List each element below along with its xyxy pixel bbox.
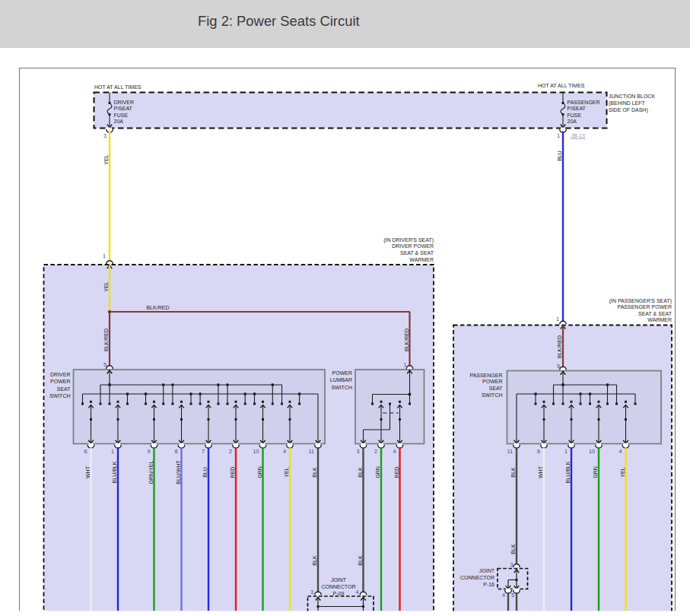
svg-text:SEAT & SEAT: SEAT & SEAT <box>638 311 673 316</box>
svg-text:YEL: YEL <box>284 467 289 477</box>
svg-text:BLK: BLK <box>510 544 516 554</box>
svg-text:1: 1 <box>557 132 560 139</box>
svg-text:P/SEAT: P/SEAT <box>114 106 133 111</box>
svg-text:WARMER: WARMER <box>647 317 672 322</box>
svg-text:BLK: BLK <box>312 467 317 478</box>
svg-text:5: 5 <box>511 592 514 599</box>
svg-text:SEAT & SEAT: SEAT & SEAT <box>400 250 434 256</box>
svg-text:POWER: POWER <box>332 370 352 376</box>
svg-text:(IN PASSENGER'S SEAT): (IN PASSENGER'S SEAT) <box>609 298 672 304</box>
svg-text:YEL: YEL <box>103 154 109 164</box>
svg-text:DRIVER POWER: DRIVER POWER <box>392 243 434 249</box>
svg-text:SEAT: SEAT <box>489 386 503 391</box>
svg-text:DRIVER: DRIVER <box>50 372 70 377</box>
svg-text:GRN/YEL: GRN/YEL <box>148 461 154 484</box>
svg-text:1: 1 <box>564 448 568 455</box>
svg-text:11: 11 <box>309 448 314 455</box>
svg-text:4: 4 <box>356 589 359 595</box>
svg-text:6: 6 <box>84 448 87 455</box>
svg-text:JOINT: JOINT <box>331 577 347 583</box>
svg-text:7: 7 <box>202 448 205 455</box>
svg-text:BLK: BLK <box>358 467 363 478</box>
svg-text:PASSENGER: PASSENGER <box>568 100 600 105</box>
svg-text:YEL: YEL <box>103 281 109 291</box>
svg-text:GRN: GRN <box>375 466 380 478</box>
svg-text:3: 3 <box>357 448 360 455</box>
svg-text:SEAT: SEAT <box>57 386 71 392</box>
svg-text:SWITCH: SWITCH <box>49 393 71 398</box>
svg-text:8: 8 <box>175 448 178 455</box>
svg-text:3: 3 <box>103 132 107 139</box>
svg-text:WARMER: WARMER <box>409 257 434 262</box>
svg-text:P/SEAT: P/SEAT <box>568 106 587 111</box>
svg-text:1: 1 <box>111 448 114 455</box>
svg-text:BLK/RED: BLK/RED <box>147 305 170 310</box>
svg-text:PASSENGER POWER: PASSENGER POWER <box>618 304 672 310</box>
svg-text:BLK/RED: BLK/RED <box>404 329 409 351</box>
svg-text:POWER: POWER <box>50 379 70 384</box>
svg-text:20A: 20A <box>114 119 124 124</box>
svg-text:JOINT: JOINT <box>479 568 495 573</box>
svg-text:10: 10 <box>253 448 259 455</box>
svg-text:JB-13: JB-13 <box>571 133 585 138</box>
svg-text:BLK: BLK <box>312 555 317 566</box>
svg-text:Fig 2: Power Seats Circuit: Fig 2: Power Seats Circuit <box>198 13 360 29</box>
svg-text:SIDE OF DASH): SIDE OF DASH) <box>609 107 648 113</box>
svg-text:BLK: BLK <box>358 555 363 566</box>
svg-text:4: 4 <box>619 448 622 455</box>
svg-text:RED: RED <box>394 467 399 478</box>
svg-text:POWER: POWER <box>482 379 502 384</box>
svg-text:11: 11 <box>507 448 513 455</box>
svg-text:5: 5 <box>557 363 560 370</box>
svg-text:P-09: P-09 <box>333 591 345 596</box>
svg-text:BLK: BLK <box>510 467 516 478</box>
svg-text:WHT: WHT <box>538 465 543 478</box>
svg-text:20A: 20A <box>568 119 577 124</box>
svg-text:4: 4 <box>393 448 396 455</box>
svg-text:HOT AT ALL TIMES: HOT AT ALL TIMES <box>538 83 585 88</box>
svg-text:6: 6 <box>537 448 540 455</box>
svg-text:SWITCH: SWITCH <box>482 392 503 398</box>
svg-text:CONNECTOR: CONNECTOR <box>322 584 356 589</box>
svg-text:PASSENGER: PASSENGER <box>469 373 502 378</box>
svg-text:CONNECTOR: CONNECTOR <box>460 575 494 580</box>
svg-text:4: 4 <box>283 448 286 455</box>
svg-text:3: 3 <box>310 589 313 595</box>
svg-text:SWITCH: SWITCH <box>331 385 352 390</box>
svg-text:1: 1 <box>404 361 407 368</box>
svg-text:YEL: YEL <box>620 467 625 477</box>
svg-text:1: 1 <box>556 316 559 322</box>
svg-text:9: 9 <box>148 448 151 455</box>
svg-text:BLU/BLK: BLU/BLK <box>565 461 571 483</box>
svg-text:JUNCTION BLOCK: JUNCTION BLOCK <box>609 94 655 99</box>
svg-text:2: 2 <box>229 448 232 455</box>
svg-text:3: 3 <box>510 561 514 568</box>
svg-text:GRN: GRN <box>593 466 598 478</box>
svg-text:WHT: WHT <box>85 465 91 478</box>
svg-text:FUSE: FUSE <box>114 113 129 118</box>
svg-text:BLK/RED: BLK/RED <box>557 335 562 358</box>
svg-text:5: 5 <box>103 361 107 368</box>
svg-text:RED: RED <box>230 467 235 478</box>
svg-text:BLU/WHT: BLU/WHT <box>176 460 181 484</box>
svg-text:1: 1 <box>103 252 106 259</box>
svg-text:(IN DRIVER'S SEAT): (IN DRIVER'S SEAT) <box>383 237 434 243</box>
svg-text:BLK/RED: BLK/RED <box>103 329 109 351</box>
svg-text:GRN: GRN <box>257 466 262 478</box>
svg-text:10: 10 <box>589 448 595 455</box>
svg-text:BLU: BLU <box>202 467 208 478</box>
svg-text:HOT AT ALL TIMES: HOT AT ALL TIMES <box>94 84 141 90</box>
svg-text:DRIVER: DRIVER <box>114 100 134 105</box>
svg-text:BLU: BLU <box>557 151 562 161</box>
svg-text:4: 4 <box>502 592 505 599</box>
svg-text:P-16: P-16 <box>483 582 494 587</box>
svg-text:FUSE: FUSE <box>568 113 582 118</box>
svg-text:(BEHIND LEFT: (BEHIND LEFT <box>609 100 646 106</box>
svg-text:2: 2 <box>374 448 377 455</box>
svg-text:LUMBAR: LUMBAR <box>330 377 352 383</box>
svg-text:BLU/BLK: BLU/BLK <box>112 461 117 483</box>
